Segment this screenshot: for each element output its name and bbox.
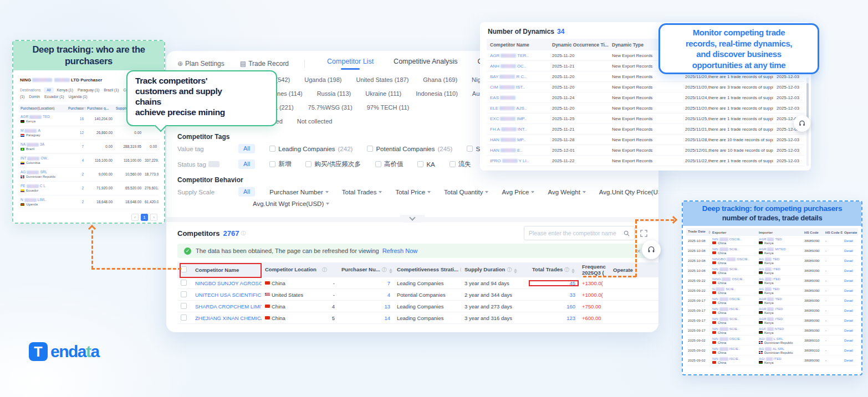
importer-link[interactable]: AGRITED xyxy=(759,317,801,321)
collapse-filters-button[interactable] xyxy=(400,215,425,223)
exporter-link[interactable]: NINSCIE.. xyxy=(712,317,755,321)
competitor-name-link[interactable]: ZHEJIANG XINAN CHEMICAL xyxy=(192,315,262,321)
detail-link[interactable]: Detail xyxy=(843,239,858,243)
checkbox[interactable] xyxy=(269,161,275,167)
sort-icon[interactable] xyxy=(514,269,517,274)
col-total-trades[interactable]: Total Tradesⓘ xyxy=(529,266,579,274)
exporter-link[interactable]: NINOSCIE.. xyxy=(712,337,755,341)
country-filter[interactable]: Indonesia (110) xyxy=(416,90,458,97)
exporter-link[interactable]: NINSCIE.. xyxy=(712,247,755,251)
importer-link[interactable]: AGIL SRL xyxy=(759,337,801,341)
detail-link[interactable]: Detail xyxy=(843,358,858,362)
detail-link[interactable]: Detail xyxy=(843,288,858,292)
detail-link[interactable]: Detail xyxy=(843,328,858,332)
country-filter[interactable]: Uganda (198) xyxy=(304,76,341,83)
destination-filter[interactable]: Paraguay (1) xyxy=(78,88,99,92)
supply-scale-dropdown[interactable]: Total Trades xyxy=(342,189,382,195)
checkbox[interactable] xyxy=(305,161,312,167)
product-filter[interactable]: 97% TECH (11) xyxy=(367,104,410,111)
customer-service-button[interactable] xyxy=(794,115,810,132)
dynamics-competitor-link[interactable]: CIMIST.. xyxy=(487,85,549,90)
col-competitiveness[interactable]: Competitiveness Strati...ⓘ xyxy=(394,266,461,274)
importer-link[interactable]: AGIITED xyxy=(759,357,801,361)
status-tag-option[interactable]: 流失 xyxy=(450,160,471,168)
page-1-button[interactable]: 1 xyxy=(141,214,148,221)
tab-competitor-list[interactable]: Competitor List xyxy=(327,58,374,70)
status-tag-option[interactable]: 新增 xyxy=(269,160,291,168)
importer-link[interactable]: AGRMITED xyxy=(759,247,801,251)
competitor-search-input[interactable] xyxy=(529,230,621,236)
detail-link[interactable]: Detail xyxy=(843,348,858,352)
collected-filter[interactable]: Not collected xyxy=(297,118,333,125)
purchaser-name-link[interactable]: MA xyxy=(21,128,65,133)
detail-link[interactable]: Detail xyxy=(843,249,858,252)
purchaser-name-link[interactable]: AGRTED xyxy=(21,115,65,119)
exporter-link[interactable]: NINSCIE.. xyxy=(712,327,755,331)
detail-link[interactable]: Detail xyxy=(843,298,858,302)
status-tag-all-chip[interactable]: All xyxy=(238,159,255,169)
detail-link[interactable]: Detail xyxy=(843,279,858,282)
col-frequency[interactable]: Frequenc2025Q3 ( xyxy=(579,264,610,276)
purchaser-name-link[interactable]: NA3A xyxy=(21,142,65,147)
purchaser-name-link[interactable]: PEC L xyxy=(21,184,65,188)
importer-link[interactable]: AGAL SRL xyxy=(759,347,801,351)
supply-scale-dropdown[interactable]: Total Quantity xyxy=(444,189,488,195)
col-info[interactable]: ⓘ xyxy=(317,266,338,274)
destination-filter[interactable]: Brazil (1) xyxy=(104,88,119,92)
status-tag-option[interactable]: 购买/供应频次多 xyxy=(305,160,361,168)
importer-link[interactable]: AGTED xyxy=(759,257,801,261)
expand-icon[interactable] xyxy=(640,230,647,237)
plan-settings-button[interactable]: ⊕ Plan Settings xyxy=(177,60,224,68)
exporter-link[interactable]: NSCIE.. xyxy=(712,287,755,291)
row-checkbox[interactable] xyxy=(181,291,187,297)
col-trade-date[interactable]: Trade Date xyxy=(686,229,711,235)
country-filter[interactable]: United States (187) xyxy=(356,76,409,83)
purchaser-name-link[interactable]: AGSRL xyxy=(21,170,65,174)
sort-icon[interactable] xyxy=(571,269,575,274)
refresh-now-link[interactable]: Refresh Now xyxy=(382,248,418,254)
tab-competitive-analysis[interactable]: Competitive Analysis xyxy=(394,58,457,70)
destination-filter[interactable]: Domin xyxy=(29,95,40,99)
dynamics-competitor-link[interactable]: HANE.. xyxy=(487,148,549,153)
value-tag-option[interactable]: Potential Companies(245) xyxy=(367,146,452,152)
status-tag-option[interactable]: KA xyxy=(417,160,435,168)
col-supply-duration[interactable]: Supply Durationⓘ xyxy=(461,266,529,274)
checkbox[interactable] xyxy=(367,146,373,152)
importer-link[interactable]: AGRITED xyxy=(759,307,801,311)
exporter-link[interactable]: NINSCIE.. xyxy=(712,267,755,271)
purchaser-name-link[interactable]: INTOW.. xyxy=(21,156,65,161)
next-page-button[interactable]: › xyxy=(150,214,157,221)
checkbox[interactable] xyxy=(450,161,456,167)
detail-link[interactable]: Detail xyxy=(843,318,858,322)
col-competitor-location[interactable]: Competitor Locationⓘ xyxy=(262,266,317,274)
country-filter[interactable]: Russia (113) xyxy=(317,90,351,97)
row-checkbox[interactable] xyxy=(181,303,187,309)
exporter-link[interactable]: NINISCIE.. xyxy=(712,357,755,361)
row-checkbox[interactable] xyxy=(181,314,187,321)
select-all-checkbox[interactable] xyxy=(181,266,187,272)
destination-filter[interactable]: Ecuador (1) xyxy=(44,95,64,99)
dynamics-competitor-link[interactable]: FH AINT.. xyxy=(487,127,549,132)
search-icon[interactable] xyxy=(624,230,630,236)
dynamics-competitor-link[interactable]: IPROY LI.. xyxy=(487,158,549,163)
customer-service-button[interactable] xyxy=(642,240,661,259)
importer-link[interactable]: AGITED xyxy=(759,277,801,281)
dynamics-competitor-link[interactable]: ELEAJS.. xyxy=(487,106,549,111)
competitor-name-link[interactable]: NINGBO SUNJOY AGROSCIENCE CO L.. xyxy=(192,280,262,286)
exporter-link[interactable]: NINOSCIE.. xyxy=(712,237,755,241)
row-checkbox[interactable] xyxy=(181,280,187,286)
col-purchaser-number[interactable]: Purchaser Nu...ⓘ xyxy=(338,266,394,274)
destination-filter[interactable]: Uganda (1) xyxy=(68,95,87,99)
dynamics-competitor-link[interactable]: AGRTER.. xyxy=(487,53,549,58)
dynamics-competitor-link[interactable]: EXCIMP.. xyxy=(487,116,549,121)
supply-scale-dropdown[interactable]: Avg.Unit Wgt Price(USD) xyxy=(253,200,329,207)
value-tag-option[interactable]: Leading Companies(242) xyxy=(269,146,353,152)
destination-filter[interactable]: Kenya (1) xyxy=(57,88,73,92)
sort-icon[interactable] xyxy=(389,269,392,274)
checkbox[interactable] xyxy=(375,161,381,167)
importer-link[interactable]: AGTED xyxy=(759,287,801,291)
checkbox[interactable] xyxy=(417,161,423,167)
prev-page-button[interactable]: ‹ xyxy=(131,214,139,221)
status-tag-option[interactable]: 高价值 xyxy=(375,160,404,168)
supply-scale-dropdown[interactable]: Avg.Unit Qty Price(USD) xyxy=(599,189,658,195)
